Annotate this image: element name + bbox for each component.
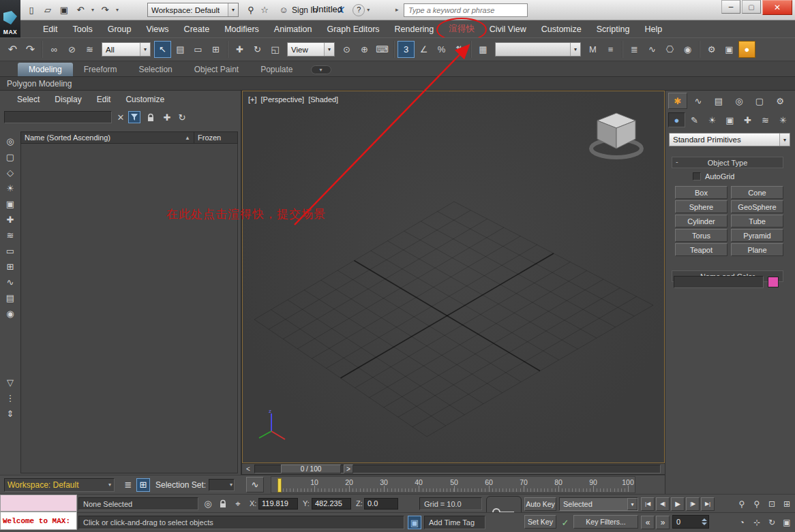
macro-recorder-line[interactable]: [0, 495, 77, 512]
curve-editor-icon[interactable]: ∿: [644, 41, 661, 58]
subtab-helpers[interactable]: ✚: [739, 112, 756, 127]
angle-snap-icon[interactable]: ∠: [415, 41, 432, 58]
reference-coordinate-combo[interactable]: View▾: [287, 42, 335, 57]
render-setup-icon[interactable]: ⚙: [703, 41, 720, 58]
menu-modifiers[interactable]: Modifiers: [217, 22, 267, 37]
button-sphere[interactable]: Sphere: [675, 200, 728, 213]
object-name-input[interactable]: [674, 276, 764, 288]
filter-spacewarps-icon[interactable]: ≋: [3, 228, 18, 242]
se-menu-customize[interactable]: Customize: [118, 95, 172, 104]
selection-set-combo[interactable]: ▾: [209, 479, 235, 491]
close-button[interactable]: ✕: [762, 0, 792, 15]
key-mode-combo[interactable]: Selected ▾: [559, 497, 638, 511]
scene-explorer-toggle-icon[interactable]: ⊞: [136, 478, 150, 492]
named-selection-combo[interactable]: ▾: [495, 42, 581, 57]
subtab-systems[interactable]: ✳: [775, 112, 792, 127]
spinner-snap-icon[interactable]: ⇅: [451, 41, 468, 58]
menu-xuandekuai[interactable]: 渲得快: [441, 20, 482, 37]
filter-lights-icon[interactable]: ☀: [3, 181, 18, 195]
use-center-icon[interactable]: ⊙: [338, 41, 355, 58]
object-type-rollout[interactable]: - Object Type: [672, 157, 783, 168]
timeline-ruler[interactable]: 10 20 30 40 50 60 70 80 90 100: [271, 476, 635, 493]
menu-views[interactable]: Views: [138, 22, 176, 37]
redo-dropdown-icon[interactable]: ▾: [115, 7, 120, 13]
subtab-cameras[interactable]: ▣: [721, 112, 738, 127]
ribbon-tab-freeform[interactable]: Freeform: [73, 63, 128, 76]
zoom-extents-icon[interactable]: ⊡: [765, 497, 779, 511]
menu-edit[interactable]: Edit: [35, 22, 65, 37]
menu-animation[interactable]: Animation: [267, 22, 320, 37]
se-menu-select[interactable]: Select: [10, 95, 47, 104]
maximize-viewport-icon[interactable]: ▣: [780, 516, 794, 529]
button-cylinder[interactable]: Cylinder: [675, 215, 728, 228]
se-frozen-column-header[interactable]: Frozen: [194, 132, 237, 143]
se-object-list[interactable]: [20, 144, 238, 473]
tab-utilities[interactable]: ⚙: [770, 93, 790, 109]
absolute-offset-icon[interactable]: ⌖: [232, 497, 244, 510]
search-input[interactable]: [404, 3, 528, 17]
se-search-input[interactable]: [4, 111, 112, 123]
maximize-button[interactable]: ▢: [742, 0, 761, 14]
filter-containers-icon[interactable]: ▤: [3, 291, 18, 304]
rectangular-selection-region-icon[interactable]: ▭: [190, 41, 207, 58]
button-pyramid[interactable]: Pyramid: [731, 229, 783, 242]
subtab-spacewarps[interactable]: ≋: [757, 112, 774, 127]
select-and-manipulate-icon[interactable]: ⊕: [356, 41, 373, 58]
search-expand-icon[interactable]: ▸: [395, 6, 399, 13]
undo-icon[interactable]: ↶: [74, 3, 87, 17]
keyboard-override-icon[interactable]: ⌨: [374, 41, 391, 58]
zoom-icon[interactable]: ⚲: [735, 497, 749, 511]
current-frame-marker[interactable]: [278, 478, 282, 492]
render-production-icon[interactable]: ●: [738, 41, 755, 58]
menu-group[interactable]: Group: [100, 22, 139, 37]
select-by-name-icon[interactable]: ▤: [172, 41, 189, 58]
subtab-shapes[interactable]: ✎: [686, 112, 703, 127]
time-slider-thumb[interactable]: 0 / 100: [281, 465, 341, 473]
tab-create[interactable]: ✱: [668, 93, 687, 109]
minimize-button[interactable]: –: [721, 0, 740, 14]
open-file-icon[interactable]: ▱: [41, 3, 55, 17]
window-crossing-icon[interactable]: ⊞: [207, 41, 224, 58]
percent-snap-icon[interactable]: %: [433, 41, 450, 58]
snap-toggle-3d-icon[interactable]: 3: [397, 41, 415, 58]
menu-help[interactable]: Help: [637, 22, 670, 37]
workspace-combo[interactable]: Workspace: Default▾: [147, 3, 239, 17]
undo-scene-icon[interactable]: ↶: [4, 41, 21, 58]
field-of-view-icon[interactable]: ◔: [735, 516, 749, 529]
maxscript-listener[interactable]: Welcome to MAX:: [0, 512, 77, 530]
favorites-icon[interactable]: ☆: [258, 3, 271, 17]
key-filter-check-icon[interactable]: ✓: [559, 516, 571, 529]
se-lock-icon[interactable]: [145, 111, 157, 123]
rendered-frame-window-icon[interactable]: ▣: [721, 41, 738, 58]
ribbon-tab-object-paint[interactable]: Object Paint: [183, 63, 250, 76]
unlink-selection-icon[interactable]: ⊘: [63, 41, 80, 58]
pan-view-icon[interactable]: ⊹: [750, 516, 764, 529]
time-slider-next-icon[interactable]: >: [344, 465, 353, 473]
menu-create[interactable]: Create: [177, 22, 217, 37]
frame-spinner[interactable]: [702, 518, 708, 525]
hierarchy-mode-icon[interactable]: ⋮: [3, 391, 18, 405]
button-box[interactable]: Box: [675, 186, 728, 199]
auto-key-button[interactable]: Auto Key: [524, 497, 556, 511]
time-tag-icon[interactable]: ▣: [408, 516, 421, 529]
layer-manager-icon[interactable]: ≣: [626, 41, 643, 58]
previous-key-icon[interactable]: «: [641, 516, 655, 529]
expand-mode-icon[interactable]: ⇕: [3, 407, 18, 420]
viewport-shading-menu[interactable]: [Shaded]: [308, 95, 338, 104]
filter-materials-icon[interactable]: ◉: [3, 307, 18, 320]
button-geosphere[interactable]: GeoSphere: [731, 200, 783, 213]
select-and-link-icon[interactable]: ∞: [46, 41, 63, 58]
filter-geometry-icon[interactable]: ▢: [3, 150, 18, 163]
se-sync-icon[interactable]: ↻: [176, 111, 188, 123]
object-color-swatch[interactable]: [768, 277, 779, 287]
isolate-selection-icon[interactable]: ◎: [202, 497, 214, 510]
save-file-icon[interactable]: ▣: [57, 3, 71, 17]
se-name-column-header[interactable]: Name (Sorted Ascending) ▲: [21, 134, 194, 142]
viewport-pov-menu[interactable]: [Perspective]: [261, 95, 305, 104]
se-menu-edit[interactable]: Edit: [89, 95, 119, 104]
button-cone[interactable]: Cone: [731, 186, 783, 199]
primitive-category-combo[interactable]: Standard Primitives▾: [669, 133, 790, 146]
redo-scene-icon[interactable]: ↷: [22, 41, 39, 58]
filter-xrefs-icon[interactable]: ⊞: [3, 260, 18, 273]
tab-motion[interactable]: ◎: [730, 93, 749, 109]
